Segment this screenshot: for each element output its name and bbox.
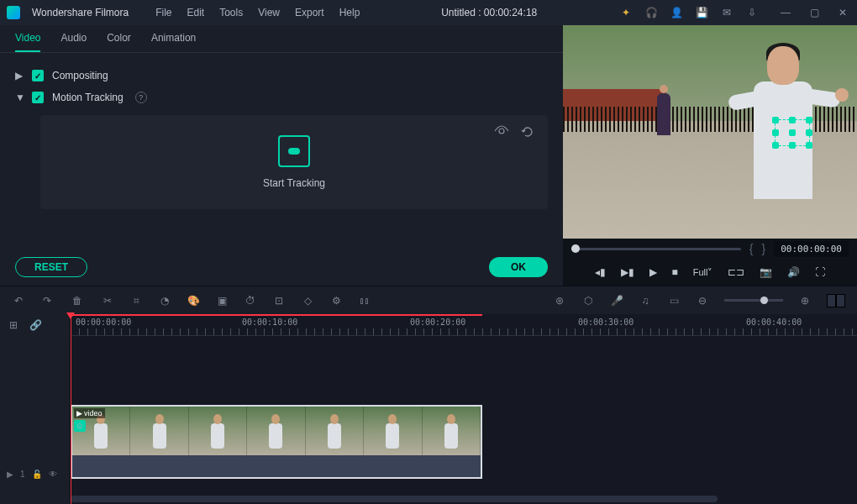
compositing-label: Compositing — [52, 70, 108, 81]
redo-icon[interactable]: ↷ — [40, 294, 54, 307]
tab-audio[interactable]: Audio — [60, 32, 87, 52]
start-tracking-label: Start Tracking — [263, 177, 325, 189]
tab-color[interactable]: Color — [107, 32, 131, 52]
notifications-icon[interactable]: ✉ — [719, 5, 734, 20]
timeline-tracks-area[interactable]: 00:00:00:00 00:00:10:00 00:00:20:00 00:0… — [71, 314, 857, 504]
scrub-track[interactable] — [571, 248, 741, 250]
playhead[interactable] — [71, 314, 71, 504]
chevron-right-icon[interactable]: ▶ — [15, 70, 24, 81]
color-icon[interactable]: 🎨 — [187, 294, 200, 307]
timeline: ⊞ 🔗 ▶ 1 🔓 👁 00:00:00:00 00:00:10:00 00:0… — [0, 314, 857, 504]
link-icon[interactable]: 🔗 — [29, 318, 42, 332]
lock-icon[interactable]: 🔓 — [32, 470, 42, 479]
minimize-icon[interactable]: — — [778, 5, 793, 20]
property-tabs: Video Audio Color Animation — [0, 25, 563, 53]
timeline-ruler[interactable]: 00:00:00:00 00:00:10:00 00:00:20:00 00:0… — [71, 314, 857, 336]
snapshot-icon[interactable]: 📷 — [760, 266, 772, 278]
ruler-tick: 00:00:00:00 — [76, 318, 131, 327]
save-icon[interactable]: 💾 — [694, 5, 709, 20]
adjust-icon[interactable]: ⚙ — [329, 294, 343, 307]
motion-tracking-row[interactable]: ▼ ✓ Motion Tracking ? — [15, 87, 548, 108]
chevron-down-icon[interactable]: ▼ — [15, 92, 24, 103]
ok-button[interactable]: OK — [489, 257, 548, 277]
ruler-tick: 00:00:40:00 — [746, 318, 802, 327]
main-menu: File Edit Tools View Export Help — [155, 7, 360, 18]
menu-view[interactable]: View — [258, 7, 280, 18]
maximize-icon[interactable]: ▢ — [807, 5, 822, 20]
account-icon[interactable]: 👤 — [669, 5, 684, 20]
preview-panel: { } 00:00:00:00 ◂▮ ▶▮ ▶ ■ Full ˅ ⊏⊐ 📷 🔊 … — [563, 25, 857, 286]
tracking-box[interactable] — [775, 119, 810, 146]
clip-label: ▶ video — [74, 408, 105, 418]
preview-target-icon[interactable] — [494, 125, 509, 141]
visibility-icon[interactable]: 👁 — [49, 470, 57, 479]
undo-icon[interactable]: ↶ — [12, 294, 25, 307]
step-back-icon[interactable]: ◂▮ — [595, 266, 606, 278]
timeline-options-icon[interactable]: ⊞ — [7, 318, 20, 332]
mark-in-icon[interactable]: { — [749, 242, 754, 255]
track-type-icon: ▶ — [7, 470, 13, 479]
compositing-checkbox[interactable]: ✓ — [32, 70, 44, 81]
menu-help[interactable]: Help — [339, 7, 360, 18]
timeline-track-headers: ⊞ 🔗 ▶ 1 🔓 👁 — [0, 314, 71, 504]
fullscreen-icon[interactable]: ⛶ — [815, 266, 825, 278]
keyframe-icon[interactable]: ◇ — [301, 294, 314, 307]
volume-icon[interactable]: 🔊 — [787, 266, 800, 278]
mark-out-icon[interactable]: } — [761, 242, 765, 255]
preview-controls: ◂▮ ▶▮ ▶ ■ Full ˅ ⊏⊐ 📷 🔊 ⛶ — [563, 259, 857, 286]
play-icon[interactable]: ▶ — [649, 266, 657, 278]
timeline-scrollbar[interactable] — [71, 496, 718, 502]
ruler-tick: 00:00:20:00 — [410, 318, 465, 327]
split-icon[interactable]: ✂ — [101, 294, 114, 307]
crop-icon[interactable]: ⌗ — [129, 294, 143, 307]
preview-timecode: 00:00:00:00 — [774, 241, 849, 257]
duration-icon[interactable]: ⏱ — [244, 294, 257, 307]
app-logo-icon — [7, 6, 20, 19]
mixer-icon[interactable]: ♫ — [639, 294, 652, 307]
motion-tracking-badge-icon: ⊙ — [74, 420, 86, 432]
preview-viewport[interactable] — [563, 25, 857, 239]
audio-viz-icon[interactable]: ⫾⫾ — [358, 294, 371, 307]
zoom-in-icon[interactable]: ⊕ — [798, 294, 812, 307]
tab-video[interactable]: Video — [15, 32, 40, 52]
preview-scrubber: { } 00:00:00:00 — [563, 239, 857, 259]
start-tracking-button[interactable] — [278, 135, 310, 167]
menu-tools[interactable]: Tools — [219, 7, 243, 18]
ruler-tick: 00:00:10:00 — [242, 318, 297, 327]
video-clip[interactable]: ▶ video ⊙ — [71, 405, 482, 479]
track-number: 1 — [20, 470, 25, 479]
close-icon[interactable]: ✕ — [835, 5, 850, 20]
delete-icon[interactable]: 🗑 — [71, 294, 84, 307]
reset-tracking-icon[interactable] — [521, 125, 534, 141]
motion-tracking-checkbox[interactable]: ✓ — [32, 92, 44, 103]
document-title: Untitled : 00:00:24:18 — [371, 7, 607, 18]
stop-icon[interactable]: ■ — [672, 266, 678, 278]
display-icon[interactable]: ⊏⊐ — [728, 266, 744, 278]
tracking-panel: Start Tracking — [40, 115, 548, 209]
green-screen-icon[interactable]: ▣ — [215, 294, 229, 307]
speed-icon[interactable]: ◔ — [158, 294, 171, 307]
menu-export[interactable]: Export — [295, 7, 324, 18]
render-icon[interactable]: ⊛ — [553, 294, 566, 307]
zoom-slider[interactable] — [724, 299, 783, 302]
compositing-row[interactable]: ▶ ✓ Compositing — [15, 65, 548, 87]
zoom-out-icon[interactable]: ⊖ — [696, 294, 709, 307]
app-title: Wondershare Filmora — [32, 7, 129, 18]
tips-icon[interactable]: ✦ — [618, 5, 634, 20]
tab-animation[interactable]: Animation — [151, 32, 196, 52]
clip-audio-track — [72, 455, 481, 477]
help-icon[interactable]: ? — [135, 92, 147, 103]
marker-icon[interactable]: ⬡ — [581, 294, 595, 307]
aspect-icon[interactable]: ▭ — [667, 294, 681, 307]
support-icon[interactable]: 🎧 — [644, 5, 659, 20]
reset-button[interactable]: RESET — [15, 257, 87, 277]
motion-icon[interactable]: ⊡ — [272, 294, 286, 307]
dual-view-icon[interactable] — [827, 294, 845, 307]
play-pause-icon[interactable]: ▶▮ — [621, 266, 634, 278]
download-icon[interactable]: ⇩ — [744, 5, 760, 20]
quality-dropdown[interactable]: Full ˅ — [693, 267, 713, 278]
track-header[interactable]: ▶ 1 🔓 👁 — [0, 336, 70, 504]
menu-edit[interactable]: Edit — [187, 7, 205, 18]
menu-file[interactable]: File — [155, 7, 171, 18]
voiceover-icon[interactable]: 🎤 — [610, 294, 623, 307]
